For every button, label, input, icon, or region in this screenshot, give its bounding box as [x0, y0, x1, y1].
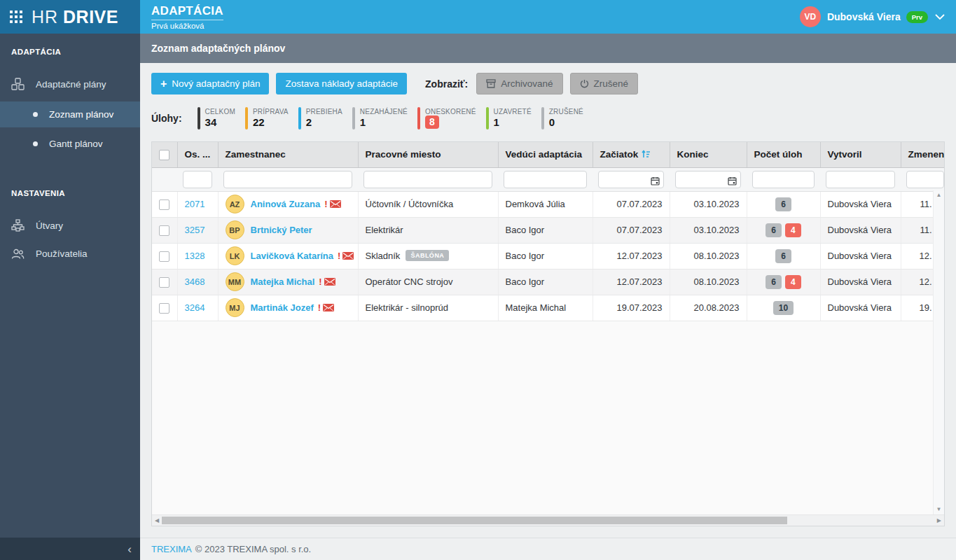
mail-alert-icon	[342, 252, 354, 260]
scroll-right-arrow[interactable]: ▶	[937, 517, 941, 524]
counter-value: 34	[205, 115, 235, 129]
scroll-left-arrow[interactable]: ◀	[155, 517, 159, 524]
mail-alert-icon	[324, 278, 335, 286]
mail-alert-icon	[330, 200, 341, 208]
created-by-cell: Dubovská Viera	[820, 191, 901, 217]
start-cell: 07.07.2023	[593, 191, 670, 217]
column-header-vytvoril[interactable]: Vytvoril	[820, 142, 901, 167]
scroll-down-arrow[interactable]: ▼	[936, 507, 942, 512]
column-header-koniec[interactable]: Koniec	[670, 142, 747, 167]
table-row[interactable]: 1328 LKLavičková Katarína! SkladníkŠABLÓ…	[152, 243, 945, 269]
scroll-up-arrow[interactable]: ▲	[936, 192, 942, 198]
table-row[interactable]: 2071 AZAninová Zuzana! Účtovník / Účtovn…	[152, 191, 945, 217]
sidebar-nav: ADAPTÁCIA Adaptačné plány Zoznam plánov …	[0, 34, 140, 538]
top-header: ADAPTÁCIA Prvá ukážková VD Dubovská Vier…	[140, 0, 956, 34]
plus-icon: +	[160, 78, 167, 90]
table-row[interactable]: 3468 MMMatejka Michal! Operátor CNC stro…	[152, 269, 945, 295]
plan-id-link[interactable]: 3468	[185, 276, 205, 287]
counter-bar	[417, 107, 420, 130]
bullet-icon	[33, 141, 38, 146]
select-all-header[interactable]	[152, 142, 177, 167]
row-checkbox[interactable]	[159, 303, 169, 314]
overdue-count-badge: 4	[785, 275, 801, 289]
user-role-badge: Prv	[906, 11, 928, 23]
counter-value: 1	[494, 115, 532, 129]
user-menu[interactable]: VD Dubovská Viera Prv	[800, 6, 945, 27]
select-all-checkbox[interactable]	[159, 150, 169, 160]
sidebar-item-gantt-planov[interactable]: Gantt plánov	[0, 131, 140, 157]
alert-exclamation: !	[318, 302, 321, 313]
row-checkbox[interactable]	[159, 251, 169, 262]
tasks-count-badge: 6	[766, 275, 782, 289]
tasks-count-badge: 6	[766, 223, 782, 237]
filter-zamestnanec-input[interactable]	[223, 171, 352, 188]
plans-table: Os. ... Zamestnanec Pracovné miesto Vedú…	[152, 142, 945, 321]
column-header-pracovne-miesto[interactable]: Pracovné miesto	[358, 142, 498, 167]
employee-name-link[interactable]: Lavičková Katarína	[251, 251, 334, 261]
end-cell: 20.08.2023	[670, 295, 747, 321]
filter-pocet-uloh-input[interactable]	[752, 171, 815, 188]
user-avatar: VD	[800, 6, 821, 27]
sidebar-item-utvary[interactable]: Útvary	[0, 211, 140, 239]
column-header-veduci[interactable]: Vedúci adaptácia	[498, 142, 593, 167]
cost-report-button[interactable]: Zostava náklady adaptácie	[276, 73, 407, 94]
user-name: Dubovská Viera	[827, 11, 901, 22]
sidebar-item-label: Používatelia	[36, 248, 88, 259]
employee-name-link[interactable]: Martinák Jozef	[251, 302, 314, 313]
new-plan-button[interactable]: + Nový adaptačný plán	[151, 73, 269, 94]
position-cell: Elektrikár - silnoprúd	[358, 295, 498, 321]
plan-id-link[interactable]: 3257	[185, 225, 205, 235]
filter-vytvoril-input[interactable]	[826, 171, 895, 188]
tasks-summary-label: Úlohy:	[151, 113, 182, 124]
employee-avatar: MM	[226, 272, 244, 291]
column-header-zmenene[interactable]: Zmenené	[901, 142, 945, 167]
employee-name-link[interactable]: Aninová Zuzana	[251, 199, 321, 209]
table-row[interactable]: 3264 MJMartinák Jozef! Elektrikár - siln…	[152, 295, 945, 321]
sidebar-item-zoznam-planov[interactable]: Zoznam plánov	[0, 102, 140, 127]
calendar-icon[interactable]	[728, 176, 737, 186]
tasks-count-badge: 6	[775, 197, 791, 211]
column-header-zaciatok[interactable]: Začiatok	[593, 142, 670, 167]
counter-bar	[198, 107, 200, 130]
lead-cell: Baco Igor	[498, 269, 593, 295]
filter-pracovne-miesto-input[interactable]	[363, 171, 492, 188]
column-header-pocet-uloh[interactable]: Počet úloh	[747, 142, 820, 167]
counter-label: CELKOM	[205, 108, 235, 115]
end-cell: 03.10.2023	[670, 191, 747, 217]
filter-os-input[interactable]	[183, 171, 212, 188]
vertical-scrollbar[interactable]: ▲ ▼	[933, 190, 944, 514]
archived-toggle-button[interactable]: Archivované	[476, 73, 562, 94]
row-checkbox[interactable]	[159, 200, 169, 210]
row-checkbox[interactable]	[159, 225, 169, 236]
filter-veduci-input[interactable]	[504, 171, 587, 188]
column-header-zamestnanec[interactable]: Zamestnanec	[218, 142, 358, 167]
plans-grid: Os. ... Zamestnanec Pracovné miesto Vedú…	[151, 141, 945, 526]
plan-id-link[interactable]: 1328	[185, 251, 205, 261]
calendar-icon[interactable]	[651, 176, 660, 186]
employee-avatar: MJ	[226, 298, 244, 317]
column-header-os[interactable]: Os. ...	[177, 142, 218, 167]
plan-id-link[interactable]: 2071	[185, 199, 205, 209]
counter-label: ONESKORENÉ	[425, 108, 476, 115]
employee-name-link[interactable]: Brtnický Peter	[251, 225, 312, 235]
main-column: ADAPTÁCIA Prvá ukážková VD Dubovská Vier…	[140, 0, 956, 560]
plan-id-link[interactable]: 3264	[185, 302, 205, 313]
cancelled-toggle-button[interactable]: Zrušené	[570, 73, 639, 94]
app-logo[interactable]: HR DRIVE	[0, 0, 140, 34]
trexima-link[interactable]: TREXIMA	[151, 544, 192, 554]
header-titles: ADAPTÁCIA Prvá ukážková	[151, 4, 223, 30]
table-row[interactable]: 3257 BPBrtnický Peter Elektrikár Baco Ig…	[152, 217, 945, 243]
horizontal-scrollbar-thumb[interactable]	[162, 517, 787, 524]
horizontal-scrollbar[interactable]: ◀ ▶	[152, 514, 944, 526]
row-checkbox[interactable]	[159, 277, 169, 288]
sidebar-item-adaptacne-plany[interactable]: Adaptačné plány	[0, 70, 140, 98]
filter-zmenene-input[interactable]	[906, 171, 944, 188]
sidebar-item-pouzivatelia[interactable]: Používatelia	[0, 239, 140, 267]
end-cell: 08.10.2023	[670, 269, 747, 295]
archived-button-label: Archivované	[501, 78, 553, 89]
counter-value: 0	[549, 115, 583, 129]
sidebar-collapse-button[interactable]: ‹	[0, 538, 140, 560]
table-header-row: Os. ... Zamestnanec Pracovné miesto Vedú…	[152, 142, 945, 167]
employee-name-link[interactable]: Matejka Michal	[251, 276, 315, 287]
position-cell: Účtovník / Účtovníčka	[358, 191, 498, 217]
